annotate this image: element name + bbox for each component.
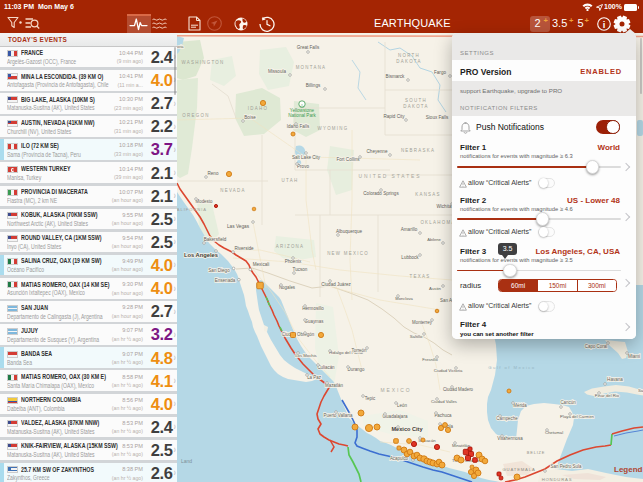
svg-text:Mérida: Mérida [513,403,527,408]
svg-text:Capo Coral: Capo Coral [585,344,607,349]
svg-text:Idaho Falls: Idaho Falls [287,124,310,129]
svg-text:Salt Lake City: Salt Lake City [292,155,321,160]
svg-text:Albuquerque: Albuquerque [336,229,362,234]
svg-text:Reno: Reno [208,171,219,176]
svg-text:Cheyenne: Cheyenne [367,149,388,154]
svg-text:KANSAS: KANSAS [415,192,441,197]
svg-text:ARIZONA: ARIZONA [276,244,305,249]
svg-text:Riverside: Riverside [234,246,254,251]
svg-text:National Park: National Park [288,113,316,118]
svg-text:Modesto: Modesto [196,199,213,204]
svg-text:Mexico City: Mexico City [391,426,423,432]
svg-text:NEW MEXICO: NEW MEXICO [327,251,369,256]
svg-text:Playa del Carmen: Playa del Carmen [560,414,594,419]
svg-text:DAKOTA: DAKOTA [396,59,421,64]
svg-text:Ciudad Obregón: Ciudad Obregón [282,332,315,337]
svg-text:Rapid City: Rapid City [383,114,405,119]
svg-text:León: León [397,403,407,408]
svg-text:IDAHO: IDAHO [248,106,268,111]
svg-text:Mexicali: Mexicali [253,262,270,267]
svg-text:CALIFORNIA: CALIFORNIA [177,207,207,212]
svg-text:Durango: Durango [348,367,365,372]
svg-text:Los Angeles: Los Angeles [184,252,218,258]
svg-text:Puerto Vallarta: Puerto Vallarta [324,413,353,418]
svg-text:Sant: Sant [638,388,643,393]
svg-text:OKLAHOMA: OKLAHOMA [420,220,455,225]
svg-text:Ciudad Valles: Ciudad Valles [431,399,457,404]
svg-text:UTAH: UTAH [282,178,299,183]
svg-text:WYOMING: WYOMING [318,126,349,131]
svg-text:oria: oria [177,44,184,49]
svg-text:Miami: Miami [628,354,640,359]
svg-text:Sioux Falls: Sioux Falls [426,115,449,120]
svg-text:Cancún: Cancún [560,400,576,405]
svg-text:San Pedro Sula: San Pedro Sula [551,464,582,469]
svg-text:Gulf of Mexico: Gulf of Mexico [488,365,535,370]
svg-text:UNITED STATES: UNITED STATES [359,174,422,179]
svg-text:Monterrey: Monterrey [412,320,433,325]
svg-text:Fargo: Fargo [434,70,446,75]
svg-text:Phoenix: Phoenix [285,259,302,264]
svg-text:SOUTH: SOUTH [405,98,427,103]
svg-text:Missoula: Missoula [268,69,287,74]
svg-text:Austin: Austin [429,286,441,291]
svg-text:Bakersfield: Bakersfield [204,237,227,242]
svg-text:NORTH: NORTH [398,53,420,58]
svg-text:i: i [603,18,606,29]
svg-text:San Diego: San Diego [208,268,230,273]
svg-text:Amarillo: Amarillo [401,227,418,232]
svg-text:Las Vegas: Las Vegas [227,224,250,229]
svg-text:Ensenada: Ensenada [215,278,236,283]
svg-text:Torreón: Torreón [352,348,367,353]
svg-text:Wichita: Wichita [436,204,451,209]
svg-text:Land: Land [181,458,192,464]
svg-text:Saltillo: Saltillo [410,334,423,339]
svg-text:BELIZE: BELIZE [527,450,545,455]
svg-text:GUATEMALA: GUATEMALA [502,467,535,472]
svg-text:DAKOTA: DAKOTA [403,104,428,109]
svg-text:MONTANA: MONTANA [296,65,327,70]
svg-text:Tepic: Tepic [365,396,376,401]
svg-text:NEVADA: NEVADA [220,188,245,193]
svg-text:Tucson: Tucson [293,267,308,272]
svg-text:HONDURAS: HONDURAS [542,477,573,482]
svg-text:Ciudad Juárez: Ciudad Juárez [321,282,351,287]
svg-text:La Paz: La Paz [307,375,321,380]
svg-text:Abilene: Abilene [427,237,441,242]
svg-text:Havana: Havana [607,377,623,382]
svg-text:Culiacán: Culiacán [317,365,335,370]
svg-text:NEBRASKA: NEBRASKA [401,148,435,153]
svg-text:Ciudad Madero: Ciudad Madero [443,387,474,392]
svg-text:TEXAS: TEXAS [410,274,431,279]
svg-text:Guaymas: Guaymas [305,319,325,324]
svg-text:Legend: Legend [614,465,643,474]
svg-text:OREGON: OREGON [182,113,209,118]
svg-text:MEXICO: MEXICO [381,388,412,393]
svg-text:WASHINGTON: WASHINGTON [182,60,225,65]
svg-text:Billings: Billings [306,83,321,88]
svg-text:Provo: Provo [297,164,309,169]
svg-text:△: △ [300,102,304,108]
svg-text:Fort Collins: Fort Collins [336,157,360,162]
svg-text:Colorado Springs: Colorado Springs [363,191,399,196]
svg-text:Boise: Boise [244,115,256,120]
svg-text:Lubbock: Lubbock [401,255,419,260]
svg-text:Great Falls: Great Falls [297,45,320,50]
svg-text:Bismarck: Bismarck [386,74,406,79]
svg-text:Ciudad Victoria: Ciudad Victoria [434,368,463,373]
